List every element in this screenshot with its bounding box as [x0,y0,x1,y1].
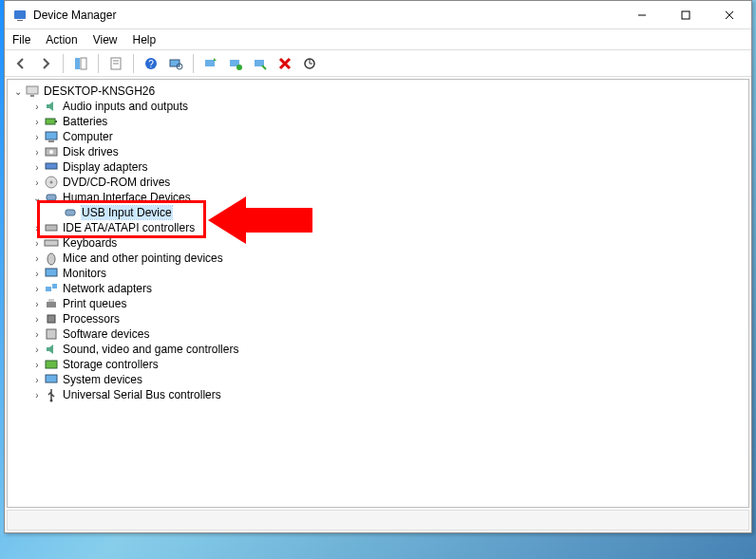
tree-category-label[interactable]: System devices [63,373,142,386]
help-button[interactable]: ? [141,53,161,74]
properties-button[interactable] [105,53,126,74]
tree-device[interactable]: USB Input Device [8,205,748,220]
tree-category[interactable]: ›IDE ATA/ATAPI controllers [8,220,748,235]
menu-help[interactable]: Help [133,33,157,47]
chevron-right-icon[interactable]: › [30,299,44,309]
tree-category[interactable]: ›Sound, video and game controllers [8,342,748,357]
tree-root[interactable]: ⌄DESKTOP-KNSGH26 [8,84,748,99]
tree-category[interactable]: ›Print queues [8,296,748,311]
tree-category-label[interactable]: Batteries [63,115,107,128]
chevron-right-icon[interactable]: › [30,238,44,249]
maximize-button[interactable] [664,1,708,29]
tree-category[interactable]: ›Computer [8,129,748,144]
chevron-right-icon[interactable]: › [30,284,44,294]
statusbar [7,510,749,531]
chevron-right-icon[interactable]: › [30,162,44,173]
chevron-right-icon[interactable]: › [30,132,44,142]
usb-icon [44,387,59,402]
menu-action[interactable]: Action [46,33,77,47]
printer-icon [44,296,59,311]
update-driver-button[interactable] [200,53,221,74]
tree-category-label[interactable]: Computer [63,130,113,143]
tree-category[interactable]: ›Display adapters [8,159,748,175]
disable-device-button[interactable] [250,53,271,74]
tree-category[interactable]: ›Processors [8,311,748,326]
minimize-button[interactable] [620,1,664,29]
scan-hardware-button[interactable] [165,53,186,74]
tree-category-label[interactable]: Keyboards [63,236,117,250]
tree-category[interactable]: ›Mice and other pointing devices [8,251,748,266]
tree-category-label[interactable]: Human Interface Devices [63,191,191,204]
tree-category-label[interactable]: IDE ATA/ATAPI controllers [63,221,195,234]
tree-category[interactable]: ›Universal Serial Bus controllers [8,387,748,402]
tree-device-label[interactable]: USB Input Device [82,206,172,219]
tree-category-label[interactable]: Disk drives [63,145,119,158]
back-button[interactable] [10,53,31,74]
chevron-right-icon[interactable]: › [30,177,44,188]
tree-category-label[interactable]: Storage controllers [63,358,159,371]
tree-category-label[interactable]: Mice and other pointing devices [63,252,223,265]
tree-category-label[interactable]: Processors [63,312,120,326]
tree-category[interactable]: ›System devices [8,372,748,387]
remove-button[interactable] [274,53,295,74]
refresh-button[interactable] [299,53,320,74]
menu-view[interactable]: View [93,33,118,47]
svg-rect-42 [47,315,55,323]
chevron-right-icon[interactable]: › [30,147,44,158]
chevron-right-icon[interactable]: › [30,329,44,340]
chevron-right-icon[interactable]: › [30,223,44,233]
tree-category-label[interactable]: Monitors [63,267,106,280]
chevron-down-icon[interactable]: ⌄ [30,193,44,203]
chevron-right-icon[interactable]: › [30,345,44,355]
tree-category-label[interactable]: DVD/CD-ROM drives [63,176,170,189]
system-icon [44,372,59,387]
forward-button[interactable] [35,53,56,74]
svg-point-17 [236,65,242,70]
tree-category[interactable]: ›Disk drives [8,144,748,159]
chevron-right-icon[interactable]: › [30,390,44,401]
tree-category[interactable]: ›Audio inputs and outputs [8,99,748,114]
svg-rect-20 [27,86,38,94]
chevron-right-icon[interactable]: › [30,117,44,127]
show-hide-console-tree-button[interactable] [70,53,91,74]
tree-category-label[interactable]: Network adapters [63,282,152,295]
svg-rect-39 [52,284,57,289]
tree-category-label[interactable]: Universal Serial Bus controllers [63,388,221,401]
software-icon [44,326,59,342]
tree-category[interactable]: ›Keyboards [8,235,748,251]
tree-category[interactable]: ›Batteries [8,114,748,129]
tree-category-label[interactable]: Print queues [63,297,126,310]
chevron-right-icon[interactable]: › [30,102,44,112]
tree-category[interactable]: ›Network adapters [8,281,748,296]
chevron-right-icon[interactable]: › [30,375,44,385]
svg-rect-34 [45,240,58,246]
ide-icon [44,220,59,235]
tree-category-label[interactable]: Audio inputs and outputs [63,100,188,113]
titlebar: Device Manager [5,1,751,29]
tree-category[interactable]: ›DVD/CD-ROM drives [8,175,748,190]
hid-icon [63,205,78,220]
tree-root-label[interactable]: DESKTOP-KNSGH26 [44,84,155,98]
battery-icon [44,114,59,129]
chevron-right-icon[interactable]: › [30,314,44,325]
svg-text:?: ? [148,59,154,69]
tree-category-label[interactable]: Display adapters [63,160,147,174]
chevron-right-icon[interactable]: › [30,269,44,279]
svg-rect-0 [14,10,26,19]
tree-category[interactable]: ›Storage controllers [8,357,748,372]
uninstall-device-button[interactable] [225,53,246,74]
device-tree[interactable]: ⌄DESKTOP-KNSGH26›Audio inputs and output… [7,79,749,508]
chevron-right-icon[interactable]: › [30,360,44,370]
tree-category[interactable]: ›Software devices [8,326,748,342]
chevron-right-icon[interactable]: › [30,253,44,264]
tree-category-label[interactable]: Sound, video and game controllers [63,343,238,356]
tree-category[interactable]: ⌄Human Interface Devices [8,190,748,205]
tree-category-label[interactable]: Software devices [63,327,149,341]
window-controls [620,1,751,29]
window-title: Device Manager [33,9,620,22]
tree-category[interactable]: ›Monitors [8,266,748,281]
toolbar-separator [193,54,194,73]
chevron-down-icon[interactable]: ⌄ [11,86,25,97]
menu-file[interactable]: File [12,33,30,47]
close-button[interactable] [708,1,751,29]
